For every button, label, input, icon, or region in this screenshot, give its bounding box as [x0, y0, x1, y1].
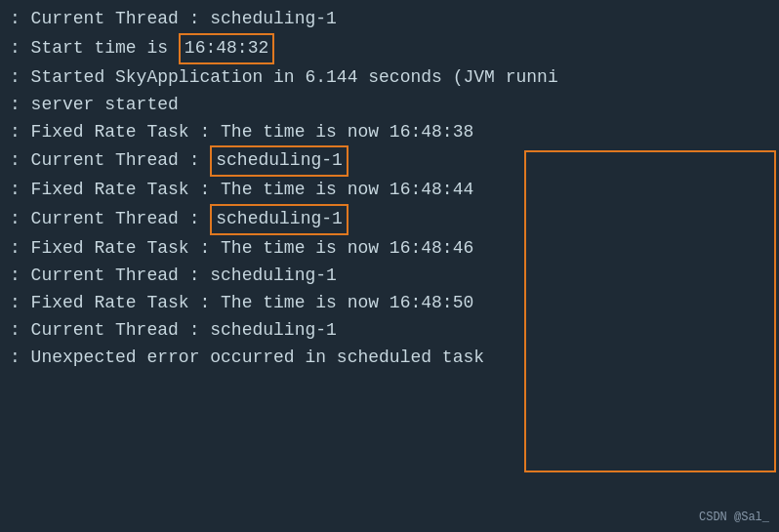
thread-highlight-2: scheduling-1: [210, 204, 348, 235]
line-server-started: : server started: [10, 92, 769, 119]
line-fixed-rate-3: : Fixed Rate Task : The time is now 16:4…: [10, 235, 769, 263]
line-text: : server started: [10, 92, 179, 119]
line-prefix: : Current Thread :: [10, 147, 210, 175]
line-text: : Current Thread : scheduling-1: [10, 317, 337, 345]
line-text: : Fixed Rate Task : The time is now 16:4…: [10, 177, 473, 204]
thread-highlight-1: scheduling-1: [210, 145, 348, 177]
line-current-thread-3: : Current Thread : scheduling-1: [10, 263, 769, 290]
watermark: CSDN @Sal_: [699, 511, 769, 524]
line-fixed-rate-4: : Fixed Rate Task : The time is now 16:4…: [10, 290, 769, 317]
line-text: : Current Thread : scheduling-1: [10, 6, 337, 33]
line-current-thread-0: : Current Thread : scheduling-1: [10, 6, 769, 33]
line-text: : Fixed Rate Task : The time is now 16:4…: [10, 119, 473, 146]
line-text: : Fixed Rate Task : The time is now 16:4…: [10, 290, 473, 317]
line-text: : Unexpected error occurred in scheduled…: [10, 345, 484, 372]
line-start-time: : Start time is 16:48:32: [10, 33, 769, 64]
line-text: : Fixed Rate Task : The time is now 16:4…: [10, 235, 473, 263]
line-fixed-rate-2: : Fixed Rate Task : The time is now 16:4…: [10, 177, 769, 204]
line-current-thread-2: : Current Thread : scheduling-1: [10, 204, 769, 235]
line-current-thread-1: : Current Thread : scheduling-1: [10, 145, 769, 177]
line-prefix: : Start time is: [10, 35, 179, 62]
line-text: : Current Thread : scheduling-1: [10, 263, 337, 290]
line-prefix: : Current Thread :: [10, 206, 210, 233]
line-fixed-rate-1: : Fixed Rate Task : The time is now 16:4…: [10, 119, 769, 146]
start-time-highlight: 16:48:32: [179, 33, 274, 64]
terminal: : Current Thread : scheduling-1 : Start …: [0, 0, 779, 532]
line-started-app: : Started SkyApplication in 6.144 second…: [10, 64, 769, 92]
line-unexpected-error: : Unexpected error occurred in scheduled…: [10, 345, 769, 372]
line-current-thread-4: : Current Thread : scheduling-1: [10, 317, 769, 345]
line-text: : Started SkyApplication in 6.144 second…: [10, 64, 558, 92]
